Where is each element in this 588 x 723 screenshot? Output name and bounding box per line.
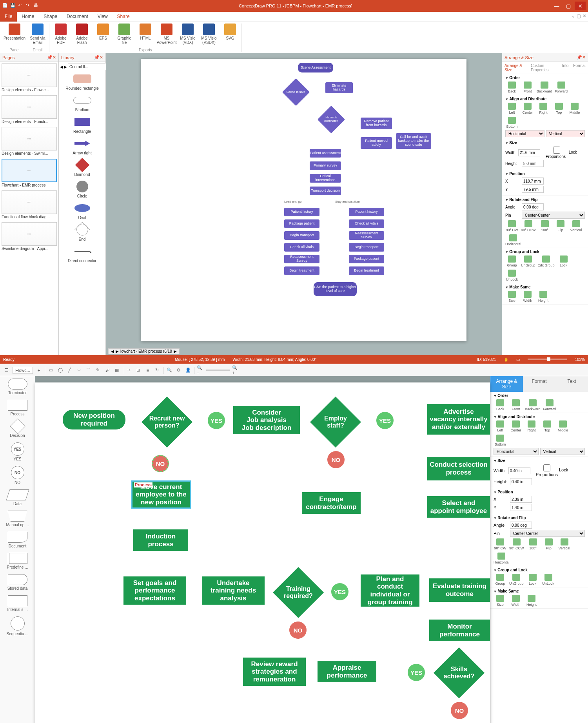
arc-tool-icon[interactable]: ⌒ bbox=[85, 367, 92, 374]
zoom-out-icon[interactable]: 🔍− bbox=[197, 367, 204, 374]
flow-node[interactable]: Reassessment Survey bbox=[284, 255, 319, 263]
panel-button[interactable]: Vertical bbox=[558, 538, 571, 550]
node-selection[interactable]: Conduct selection process bbox=[427, 457, 490, 480]
tab-shape[interactable]: Shape bbox=[39, 12, 62, 22]
stencil-shape[interactable]: Process bbox=[0, 400, 35, 416]
panel-button[interactable]: Bottom bbox=[505, 117, 519, 129]
angle-input[interactable] bbox=[510, 522, 532, 529]
canvas[interactable]: New position required Recruit new person… bbox=[35, 376, 490, 723]
node-advertise[interactable]: Advertise vacancy internally and/or exte… bbox=[427, 404, 490, 435]
library-shape[interactable]: Rectangle bbox=[60, 116, 104, 134]
library-shape[interactable]: Arrow right bbox=[60, 138, 104, 155]
panel-button[interactable]: Horizontal bbox=[505, 234, 521, 246]
panel-button[interactable]: Top bbox=[541, 420, 554, 432]
stencil-shape[interactable]: Stored data bbox=[0, 574, 35, 591]
flow-node[interactable]: Patient moved safely bbox=[361, 137, 392, 149]
panel-button[interactable]: Height bbox=[525, 595, 538, 607]
pin-icon[interactable]: 📌 bbox=[94, 55, 100, 60]
user-icon[interactable]: 👤 bbox=[185, 367, 192, 374]
node-skills[interactable]: Skills achieved? bbox=[434, 647, 485, 698]
subtab-arrange[interactable]: Arrange & Size bbox=[502, 62, 528, 74]
horizontal-distribute[interactable]: Horizontal bbox=[505, 130, 544, 137]
tab-flowc[interactable]: Flowc... bbox=[13, 367, 33, 374]
library-shape[interactable]: Oval bbox=[60, 202, 104, 220]
node-new-position[interactable]: New position required bbox=[63, 410, 125, 429]
ribbon-btn[interactable]: Presentation bbox=[5, 24, 24, 40]
tab-home[interactable]: Home bbox=[17, 12, 39, 22]
node-appraise[interactable]: Appraise performance bbox=[318, 661, 376, 682]
library-shape[interactable]: Rounded rectangle bbox=[60, 73, 104, 91]
panel-button[interactable]: UnGroup bbox=[509, 574, 524, 585]
panel-button[interactable]: Forward bbox=[543, 399, 556, 411]
settings-icon[interactable]: ⚙ bbox=[175, 367, 182, 374]
node-employ[interactable]: Employ staff? bbox=[310, 397, 361, 448]
panel-button[interactable]: UnLock bbox=[542, 574, 555, 585]
ribbon-btn[interactable]: MS PowerPoint bbox=[158, 24, 176, 45]
close-panel-icon[interactable]: ✕ bbox=[582, 55, 586, 60]
back-icon[interactable]: ◀ bbox=[60, 65, 63, 69]
node-goals[interactable]: Set goals and performance expectations bbox=[123, 576, 186, 605]
panel-button[interactable]: Center bbox=[521, 103, 534, 114]
close-panel-icon[interactable]: ✕ bbox=[100, 55, 103, 60]
page-thumbnail[interactable]: ▫▫▫ bbox=[2, 190, 57, 214]
ribbon-btn[interactable]: EPS bbox=[94, 24, 112, 45]
panel-button[interactable]: Left bbox=[505, 103, 519, 114]
node-analysis[interactable]: Undertake training needs analysis bbox=[202, 576, 265, 605]
page-thumbnail[interactable]: ▫▫▫ bbox=[2, 159, 57, 182]
tab-text[interactable]: Text bbox=[555, 376, 588, 392]
pin-icon[interactable]: 📌 bbox=[47, 55, 53, 60]
flow-decision[interactable]: Hazards eliminated bbox=[318, 106, 345, 134]
panel-button[interactable]: 90° CW bbox=[494, 538, 507, 550]
panel-button[interactable]: Width bbox=[509, 595, 523, 607]
flow-node[interactable]: Check all vitals bbox=[349, 219, 384, 228]
node-review[interactable]: Review reward strategies and remuneratio… bbox=[243, 658, 306, 686]
node-plan[interactable]: Plan and conduct individual or group tra… bbox=[361, 574, 419, 607]
height-input[interactable] bbox=[510, 478, 532, 485]
zoom-in-icon[interactable]: 🔍+ bbox=[232, 367, 239, 374]
node-consider[interactable]: Consider Job analysis Job description bbox=[233, 406, 300, 434]
flow-node[interactable]: Critical interventions bbox=[310, 174, 341, 183]
node-evaluate[interactable]: Evaluate training outcome bbox=[429, 578, 490, 602]
page-tab[interactable]: lowchart - EMR process (8/10 bbox=[120, 349, 172, 353]
panel-button[interactable]: 90° CW bbox=[505, 220, 519, 232]
library-shape[interactable]: Diamond bbox=[60, 159, 104, 177]
brush-tool-icon[interactable]: 🖌 bbox=[104, 367, 111, 374]
tab-arrange[interactable]: Arrange & Size bbox=[490, 376, 523, 392]
close-button[interactable]: ✕ bbox=[575, 2, 586, 10]
menu-icon[interactable]: ☰ bbox=[3, 367, 10, 374]
lock-proportions[interactable] bbox=[536, 464, 558, 471]
close-panel-icon[interactable]: ✕ bbox=[53, 55, 56, 60]
vertical-distribute[interactable]: Vertical bbox=[546, 130, 585, 137]
panel-button[interactable]: Size bbox=[505, 291, 519, 303]
node-training-required[interactable]: Training required? bbox=[273, 567, 324, 618]
library-shape[interactable]: Circle bbox=[60, 181, 104, 198]
print-icon[interactable]: 🖶 bbox=[34, 3, 40, 9]
library-shape[interactable]: ▸Direct connector bbox=[60, 245, 104, 263]
tab-document[interactable]: Document bbox=[62, 12, 93, 22]
subtab-format[interactable]: Format bbox=[571, 62, 588, 74]
panel-button[interactable]: Left bbox=[494, 420, 507, 432]
flow-node[interactable]: Eliminate hazards bbox=[325, 82, 353, 93]
canvas[interactable]: Scene AssessmentScene is safeEliminate h… bbox=[106, 53, 502, 355]
flow-node[interactable]: Begin transport bbox=[284, 231, 319, 240]
panel-button[interactable]: Width bbox=[521, 291, 534, 303]
panel-button[interactable]: Back bbox=[494, 399, 507, 411]
grid-tool-icon[interactable]: ▦ bbox=[113, 367, 120, 374]
angle-input[interactable] bbox=[522, 203, 544, 210]
stencil-shape[interactable]: Data bbox=[0, 489, 35, 506]
stencil-shape[interactable]: Document bbox=[0, 532, 35, 548]
zoom-slider[interactable] bbox=[206, 370, 230, 371]
drawing-page[interactable]: Scene AssessmentScene is safeEliminate h… bbox=[141, 59, 466, 341]
page-thumbnail[interactable]: ▫▫▫ bbox=[2, 95, 57, 119]
vertical-distribute[interactable]: Vertical bbox=[540, 448, 585, 455]
ribbon-help-icon[interactable]: ⌄ bbox=[571, 13, 575, 20]
page-thumbnail[interactable]: ▫▫▫ bbox=[2, 127, 57, 150]
stencil-shape[interactable]: Sequentia ... bbox=[0, 616, 35, 636]
lock-proportions[interactable] bbox=[546, 147, 568, 154]
panel-button[interactable]: Front bbox=[521, 82, 534, 93]
stencil-shape[interactable]: Internal s ... bbox=[0, 595, 35, 612]
panel-button[interactable]: Group bbox=[505, 255, 519, 267]
rotate-tool-icon[interactable]: ↻ bbox=[154, 367, 161, 374]
flow-node[interactable]: Patient assessment bbox=[310, 149, 341, 158]
library-shape[interactable]: Stadium bbox=[60, 94, 104, 112]
